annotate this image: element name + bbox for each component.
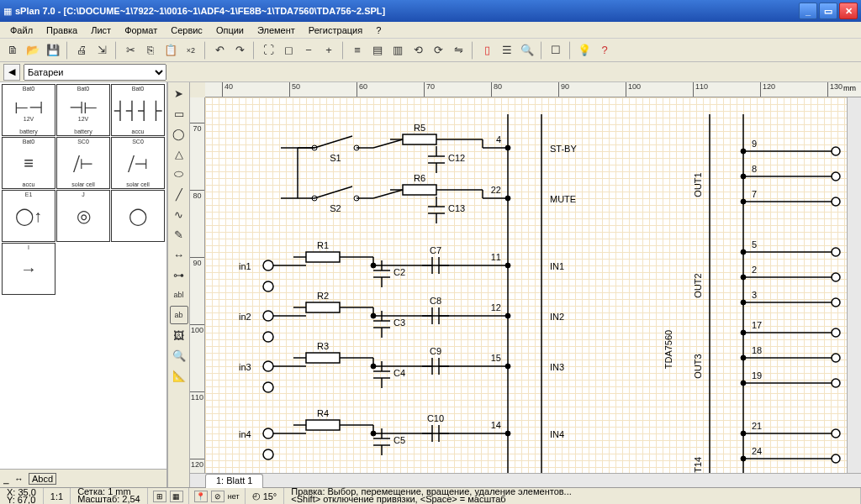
redo-button[interactable]: ↷ [230,41,249,60]
paste-button[interactable]: 📋 [161,41,180,60]
save-button[interactable]: 💾 [44,41,62,60]
svg-text:4: 4 [496,134,501,144]
bulb-button[interactable]: 💡 [575,41,594,60]
separator [66,41,68,60]
minimize-button[interactable]: _ [799,3,817,19]
zoom-in-button[interactable]: + [320,41,338,60]
menu-format[interactable]: Формат [118,24,164,37]
export-button[interactable]: ⇲ [92,41,111,60]
angle-icon[interactable]: ◴ [252,491,261,501]
svg-point-201 [505,196,510,201]
find-button[interactable]: 🔍 [518,41,536,60]
svg-point-27 [741,149,746,154]
undo-button[interactable]: ↶ [210,41,229,60]
grid-icon[interactable]: ⊞ [153,491,166,502]
palette-item-2[interactable]: Bat0┤┤┤├accu [111,84,165,136]
textbox-tool[interactable]: ab [170,306,188,324]
copy-button[interactable]: ⎘ [141,41,160,60]
close-button[interactable]: ✕ [839,3,858,19]
lib-prev-button[interactable]: ◀ [3,64,20,81]
menu-registration[interactable]: Регистрация [302,24,369,37]
new-button[interactable]: 🗎 [3,41,22,60]
footer-line-icon[interactable]: ⎯ [3,474,9,484]
svg-point-134 [263,311,273,321]
svg-text:R4: R4 [317,408,329,418]
scrollbar-horizontal[interactable] [263,474,861,487]
rect-tool[interactable]: ▭ [170,104,188,123]
sheet-tab[interactable]: 1: Blatt 1 [205,474,263,488]
svg-text:7: 7 [752,189,757,199]
poly-tool[interactable]: △ [170,144,188,163]
ellipse-tool[interactable]: ⬭ [170,165,188,183]
menu-help[interactable]: ? [369,24,388,37]
list-button[interactable]: ☰ [498,41,516,60]
tab-bar: 1: Blatt 1 [190,473,861,487]
menu-file[interactable]: Файл [3,24,40,37]
open-button[interactable]: 📂 [24,41,42,60]
grid2-icon[interactable]: ▦ [170,491,183,502]
restore-button[interactable]: ▭ [819,3,837,19]
ruler-v-tick: 120 [190,459,204,469]
separator [541,41,542,60]
print-button[interactable]: 🖨 [72,41,91,60]
svg-point-30 [832,172,840,181]
svg-text:IN1: IN1 [550,261,564,271]
scrollbar-vertical[interactable] [847,97,861,473]
snap-pin-icon[interactable]: 📍 [194,491,208,502]
palette-item-4[interactable]: SC0⧸⊢solar cell [56,137,110,189]
svg-text:MUTE: MUTE [550,194,576,204]
cut-button[interactable]: ✂ [121,41,140,60]
palette-item-3[interactable]: Bat0≡accu [2,137,55,189]
svg-text:12: 12 [491,302,501,312]
align-button[interactable]: ≡ [348,41,367,60]
rot-left-button[interactable]: ⟲ [409,41,427,60]
pin-tool[interactable]: ⊶ [170,265,188,284]
schematic-canvas[interactable]: TDA75604ST-BY22MUTE11IN112IN215IN314IN4O… [205,97,847,473]
palette-item-5[interactable]: SC0⧸⊣solar cell [111,137,165,189]
circle-tool[interactable]: ◯ [170,124,188,143]
palette-item-0[interactable]: Bat0⊢⊣12Vbattery [2,84,55,136]
options-button[interactable]: ☐ [547,41,565,60]
svg-rect-99 [403,185,436,195]
dup-button[interactable]: ×2 [182,41,200,60]
ruler-h-tick: 130 [827,82,843,97]
dim-tool[interactable]: ↔ [170,245,188,264]
text-tool[interactable]: abl [170,286,188,304]
zoom-elem-button[interactable]: ◻ [279,41,298,60]
back-button[interactable]: ▥ [388,41,407,60]
palette-item-1[interactable]: Bat0⊣⊢12Vbattery [56,84,110,136]
footer-text-icon[interactable]: Abcd [29,473,56,485]
pointer-tool[interactable]: ➤ [170,84,188,102]
snap-off-icon[interactable]: ⊘ [211,491,224,502]
menu-options[interactable]: Опции [209,24,251,37]
freehand-tool[interactable]: ✎ [170,225,188,244]
zoom-out-button[interactable]: − [299,41,318,60]
menu-service[interactable]: Сервис [164,24,209,37]
curve-tool[interactable]: ∿ [170,205,188,223]
footer-arrow-icon[interactable]: ↔ [14,474,24,484]
image-tool[interactable]: 🖼 [170,326,188,344]
zoom-tool[interactable]: 🔍 [170,346,188,365]
rot-right-button[interactable]: ⟳ [429,41,447,60]
library-select[interactable]: Батареи [24,64,166,81]
menu-sheet[interactable]: Лист [84,24,118,37]
svg-text:R3: R3 [317,341,329,351]
menu-element[interactable]: Элемент [251,24,302,37]
palette-item-9[interactable]: I→ [2,243,55,295]
line-tool[interactable]: ╱ [170,185,188,203]
menu-edit[interactable]: Правка [40,24,84,37]
measure-tool[interactable]: 📐 [170,366,188,385]
svg-text:ST-BY: ST-BY [550,144,577,154]
svg-text:R1: R1 [317,240,329,250]
help2-button[interactable]: ? [595,41,614,60]
palette-item-6[interactable]: E1◯↑ [2,190,55,242]
select-button[interactable]: ▯ [478,41,496,60]
palette-item-8[interactable]: ◯ [111,190,165,242]
svg-text:R5: R5 [414,123,425,133]
palette-item-7[interactable]: J◎ [56,190,110,242]
zoom-fit-button[interactable]: ⛶ [259,41,277,60]
mirror-button[interactable]: ⇋ [449,41,467,60]
svg-rect-86 [403,134,436,144]
svg-text:14: 14 [491,420,501,430]
front-button[interactable]: ▤ [368,41,387,60]
